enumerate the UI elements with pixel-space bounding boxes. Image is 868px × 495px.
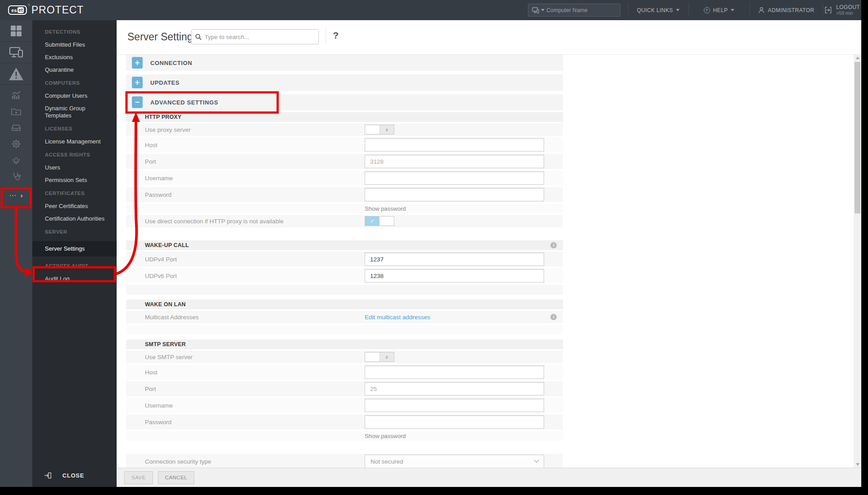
field-label: Multicast Addresses [145, 314, 365, 321]
sidebar-item-policies[interactable] [11, 139, 22, 149]
row-udpv4-port: UDPv4 Port [126, 252, 563, 267]
connection-security-select[interactable]: Not secured [365, 455, 544, 468]
vertical-scrollbar[interactable] [854, 55, 861, 468]
sidebar-item-computers[interactable] [0, 42, 32, 63]
help-menu[interactable]: ? HELP [689, 0, 750, 20]
field-label: Password [145, 419, 365, 426]
scrollbar-thumb[interactable] [855, 62, 860, 213]
collapse-icon[interactable]: − [132, 96, 143, 108]
save-button[interactable]: SAVE [124, 471, 153, 484]
chevron-down-icon[interactable] [541, 9, 545, 11]
scroll-up-arrow[interactable] [854, 55, 861, 61]
proxy-host-input[interactable] [365, 138, 544, 152]
settings-search-input[interactable] [205, 34, 303, 40]
nav-section-title: ACTIVITY AUDIT [32, 263, 117, 269]
cancel-button[interactable]: CANCEL [158, 471, 195, 484]
nav-item-users[interactable]: Users [32, 164, 117, 171]
edit-multicast-link[interactable]: Edit multicast addresses [365, 314, 430, 321]
settings-search[interactable] [191, 29, 319, 44]
smtp-host-input[interactable] [365, 365, 544, 379]
group-http-proxy: HTTP PROXY [126, 112, 563, 122]
field-label: Username [145, 175, 365, 182]
computer-name-search[interactable] [528, 4, 620, 17]
nav-section-activity-audit: ACTIVITY AUDIT Audit Log [32, 263, 117, 282]
nav-item-peer-certificates[interactable]: Peer Certificates [32, 203, 117, 210]
user-menu[interactable]: ADMINISTRATOR [750, 0, 823, 20]
section-label: CONNECTION [150, 60, 192, 66]
proxy-password-input[interactable] [365, 188, 544, 201]
proxy-username-input[interactable] [365, 171, 544, 185]
smtp-password-input[interactable] [365, 415, 544, 429]
nav-item-permission-sets[interactable]: Permission Sets [32, 177, 117, 184]
quick-links-menu[interactable]: QUICK LINKS [628, 0, 689, 20]
computer-search-input[interactable] [546, 7, 605, 13]
show-password-toggle[interactable]: Show password [365, 205, 406, 212]
use-smtp-toggle[interactable]: x [365, 352, 394, 362]
show-password-toggle[interactable]: Show password [365, 433, 406, 439]
toggle-off-glyph: x [380, 125, 394, 134]
page-help-button[interactable]: ? [333, 30, 339, 41]
sidebar-item-notifications[interactable] [11, 155, 22, 165]
udpv4-port-input[interactable] [365, 252, 544, 266]
nav-item-dynamic-group-templates[interactable]: Dynamic Group Templates [32, 105, 117, 119]
sidebar-item-detections[interactable] [0, 63, 32, 85]
scroll-down-arrow[interactable] [854, 461, 861, 468]
nav-section-title: ACCESS RIGHTS [32, 152, 117, 157]
field-label: Username [145, 402, 365, 409]
row-filler [126, 285, 563, 295]
ellipsis-icon: ... [9, 191, 17, 199]
nav-item-license-management[interactable]: License Management [32, 138, 117, 145]
row-proxy-password: Password [126, 187, 563, 202]
toggle-knob [379, 217, 394, 226]
logout-label: LOGOUT [836, 4, 860, 10]
nav-item-server-settings[interactable]: Server Settings [32, 241, 117, 256]
nav-item-audit-log[interactable]: Audit Log [32, 275, 117, 282]
group-wake-on-lan: WAKE ON LAN [126, 300, 563, 309]
toggle-off-glyph: x [380, 352, 394, 361]
group-title: SMTP SERVER [145, 341, 186, 347]
nav-section-server: SERVER Server Settings [32, 229, 117, 256]
session-timer: >59 min [836, 10, 860, 16]
sidebar-item-dashboard[interactable] [0, 20, 32, 42]
group-smtp-server: SMTP SERVER [126, 339, 563, 349]
udpv6-port-input[interactable] [365, 269, 544, 282]
collapse-panel-button[interactable]: CLOSE [32, 472, 117, 479]
app-screen: es et ® PROTECT QUICK LINKS ? HELP [0, 0, 861, 487]
nav-item-quarantine[interactable]: Quarantine [32, 66, 117, 74]
row-smtp-port: Port [126, 381, 563, 396]
expand-icon[interactable]: + [132, 57, 143, 69]
admin-nav-panel: DETECTIONS Submitted Files Exclusions Qu… [32, 20, 117, 487]
logout-button[interactable]: LOGOUT >59 min [823, 0, 861, 20]
nav-item-submitted-files[interactable]: Submitted Files [32, 41, 117, 48]
smtp-port-input[interactable] [365, 382, 544, 395]
info-icon[interactable]: i [550, 242, 557, 248]
field-label: Password [145, 191, 365, 198]
section-updates[interactable]: + UPDATES [126, 74, 563, 91]
sidebar-item-installers[interactable] [11, 122, 22, 133]
row-proxy-username: Username [126, 170, 563, 186]
installers-icon [11, 122, 22, 133]
nav-item-certification-authorities[interactable]: Certification Authorities [32, 215, 117, 222]
use-proxy-toggle[interactable]: x [365, 125, 394, 135]
expand-icon[interactable]: + [132, 77, 143, 88]
sidebar-item-tasks[interactable] [11, 106, 22, 117]
section-connection[interactable]: + CONNECTION [126, 55, 563, 71]
smtp-username-input[interactable] [365, 399, 544, 412]
sidebar-item-more[interactable]: ... › [0, 187, 32, 203]
info-icon[interactable]: i [550, 314, 557, 320]
sidebar-item-reports[interactable] [11, 90, 22, 101]
field-label: Host [145, 369, 365, 376]
sidebar-item-status-overview[interactable] [11, 171, 22, 182]
row-proxy-host: Host [126, 137, 563, 152]
header-divider [326, 29, 326, 44]
section-advanced-settings[interactable]: − ADVANCED SETTINGS [126, 94, 563, 110]
nav-item-exclusions[interactable]: Exclusions [32, 54, 117, 61]
page-title: Server Settings [127, 31, 198, 43]
direct-connection-toggle[interactable]: ✓ [365, 216, 394, 226]
nav-item-computer-users[interactable]: Computer Users [32, 92, 117, 100]
tasks-icon [11, 106, 22, 117]
top-bar: es et ® PROTECT QUICK LINKS ? HELP [0, 0, 861, 20]
collapse-icon [44, 472, 52, 479]
row-connection-security-type: Connection security type Not secured [126, 454, 563, 468]
proxy-port-input[interactable] [365, 155, 544, 168]
